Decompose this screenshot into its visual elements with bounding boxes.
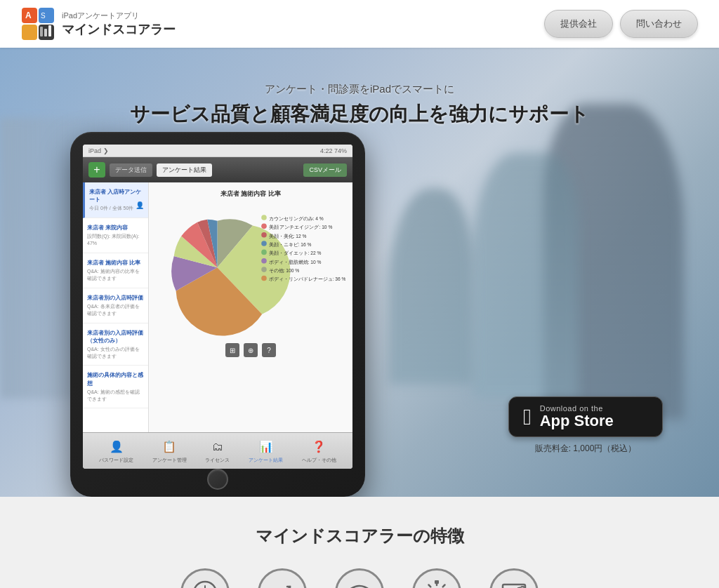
- sidebar-item-5-title: 施術の具体的内容と感想: [87, 371, 144, 387]
- svg-text:S: S: [41, 12, 46, 20]
- feature-display: [489, 568, 539, 588]
- ipad-content: 来店者 入店時アンケート 今日 0件 / 全体 50件 👤 来店者 来院内容 設…: [83, 182, 352, 432]
- hero-text: アンケート・問診票をiPadでスマートに サービス品質と顧客満足度の向上を強力に…: [130, 83, 589, 127]
- toolbar-item-1[interactable]: 📋 アンケート管理: [152, 439, 187, 464]
- features-icons: [180, 568, 539, 588]
- ipad-csv-button[interactable]: CSVメール: [303, 163, 347, 177]
- toolbar-icon-1: 📋: [161, 439, 178, 455]
- ipad-tab-data[interactable]: データ送信: [110, 163, 152, 177]
- ipad-main-content: 来店者 施術内容 比率: [149, 182, 352, 432]
- sidebar-item-2-title: 来店者 施術内容 比率: [87, 259, 144, 267]
- sidebar-item-2[interactable]: 来店者 施術内容 比率 Q&A: 施術内容の比率を確認できます: [83, 253, 148, 288]
- sidebar-item-3-meta: Q&A: 各来店者の評価を確認できます: [87, 303, 144, 317]
- svg-rect-8: [48, 25, 51, 36]
- app-store-label: App Store: [540, 413, 614, 429]
- svg-text:美顔・ダイエット: 22 %: 美顔・ダイエット: 22 %: [269, 250, 322, 256]
- chart-title: 来店者 施術内容 比率: [220, 189, 281, 199]
- svg-point-11: [261, 224, 267, 229]
- chart-icon-1[interactable]: ⊞: [225, 343, 239, 357]
- logo-icon: A S: [21, 7, 55, 41]
- logo-text: iPadアンケートアプリ マインドスコアラー: [62, 11, 176, 38]
- ipad-plus-button[interactable]: +: [88, 162, 105, 178]
- chart-icon-2[interactable]: ⊕: [244, 343, 258, 357]
- chart-icon-3[interactable]: ?: [262, 343, 276, 357]
- feature-gear: [412, 568, 461, 588]
- svg-rect-6: [40, 27, 43, 36]
- svg-text:その他: 100 %: その他: 100 %: [269, 268, 300, 274]
- feature-wifi: [335, 568, 384, 588]
- svg-point-13: [261, 232, 267, 238]
- toolbar-icon-0: 👤: [108, 439, 125, 455]
- ipad-status-bar: iPad ❯ 4:22 74%: [83, 145, 352, 157]
- toolbar-item-2[interactable]: 🗂 ライセンス: [205, 439, 230, 464]
- ipad-screen: iPad ❯ 4:22 74% + データ送信 アンケート結果 CSVメール 来…: [83, 145, 352, 469]
- download-on-label: Download on the: [540, 404, 614, 413]
- features-section: マインドスコアラーの特徴: [0, 497, 719, 588]
- ipad-outer: iPad ❯ 4:22 74% + データ送信 アンケート結果 CSVメール 来…: [70, 132, 365, 497]
- sidebar-item-0[interactable]: 来店者 入店時アンケート 今日 0件 / 全体 50件 👤: [83, 182, 148, 218]
- ipad-toolbar: 👤 パスワード設定 📋 アンケート管理 🗂 ライセンス 📊 アンケート結果: [83, 432, 352, 469]
- app-store-section:  Download on the App Store 販売料金: 1,000円…: [508, 396, 663, 455]
- ipad-mockup: iPad ❯ 4:22 74% + データ送信 アンケート結果 CSVメール 来…: [70, 132, 365, 497]
- toolbar-label-2: ライセンス: [205, 457, 230, 464]
- svg-point-19: [261, 258, 267, 264]
- sidebar-item-1-meta: 設問数(Q): 来院回数(A): 47%: [87, 233, 144, 247]
- status-left: iPad ❯: [88, 147, 109, 154]
- hero-title: サービス品質と顧客満足度の向上を強力にサポート: [130, 102, 589, 127]
- features-title: マインドスコアラーの特徴: [256, 525, 464, 547]
- svg-rect-32: [435, 580, 439, 584]
- toolbar-label-0: パスワード設定: [99, 457, 133, 464]
- ipad-sidebar: 来店者 入店時アンケート 今日 0件 / 全体 50件 👤 来店者 来院内容 設…: [83, 182, 149, 432]
- provider-button[interactable]: 提供会社: [544, 10, 613, 38]
- svg-text:ボディ・リンパドレナージュ: 36 %: ボディ・リンパドレナージュ: 36 %: [269, 276, 345, 281]
- app-store-text: Download on the App Store: [540, 404, 614, 429]
- ipad-tab-results[interactable]: アンケート結果: [157, 163, 212, 177]
- sidebar-item-3-title: 来店者別の入店時評価: [87, 294, 144, 302]
- clock-icon: [180, 568, 230, 588]
- toolbar-icon-2: 🗂: [209, 439, 226, 455]
- hero-section: アンケート・問診票をiPadでスマートに サービス品質と顧客満足度の向上を強力に…: [0, 48, 719, 497]
- toolbar-item-0[interactable]: 👤 パスワード設定: [99, 439, 133, 464]
- svg-text:A: A: [25, 11, 32, 20]
- gear-icon: [412, 568, 461, 588]
- svg-point-9: [261, 215, 267, 220]
- svg-rect-7: [44, 29, 47, 36]
- contact-button[interactable]: 問い合わせ: [620, 10, 698, 38]
- sidebar-item-4[interactable]: 来店者別の入店時評価（女性のみ） Q&A: 女性のみの評価を確認できます: [83, 323, 148, 366]
- sidebar-item-3[interactable]: 来店者別の入店時評価 Q&A: 各来店者の評価を確認できます: [83, 288, 148, 323]
- apple-icon: : [523, 406, 532, 428]
- ipad-chart-icons: ⊞ ⊕ ?: [225, 343, 276, 357]
- status-right: 4:22 74%: [320, 147, 347, 154]
- nav-buttons: 提供会社 問い合わせ: [544, 10, 698, 38]
- sidebar-item-4-title: 来店者別の入店時評価（女性のみ）: [87, 329, 144, 345]
- header: A S iPadアンケートアプリ マインドスコアラー 提供会社 問い合わせ: [0, 0, 719, 48]
- toolbar-icon-3: 📊: [258, 439, 275, 455]
- sidebar-item-1[interactable]: 来店者 来院内容 設問数(Q): 来院回数(A): 47%: [83, 218, 148, 253]
- toolbar-label-4: ヘルプ・その他: [302, 457, 336, 464]
- ipad-home-button[interactable]: [207, 469, 228, 490]
- svg-point-23: [261, 276, 267, 281]
- svg-text:美顔 アンチエイジング: 10 %: 美顔 アンチエイジング: 10 %: [269, 225, 333, 230]
- ipad-nav-bar: + データ送信 アンケート結果 CSVメール: [83, 157, 352, 182]
- logo-area: A S iPadアンケートアプリ マインドスコアラー: [21, 7, 176, 41]
- sidebar-item-5-meta: Q&A: 施術の感想を確認できます: [87, 389, 144, 403]
- svg-point-15: [261, 241, 267, 246]
- sidebar-item-2-meta: Q&A: 施術内容の比率を確認できます: [87, 268, 144, 282]
- sidebar-item-1-title: 来店者 来院内容: [87, 224, 144, 232]
- feature-chart: [258, 568, 307, 588]
- toolbar-label-3: アンケート結果: [249, 457, 283, 464]
- feature-clock: [180, 568, 230, 588]
- toolbar-icon-4: ❓: [310, 439, 327, 455]
- svg-point-21: [261, 267, 267, 272]
- svg-rect-2: [22, 25, 37, 40]
- toolbar-item-3[interactable]: 📊 アンケート結果: [249, 439, 283, 464]
- pie-chart: カウンセリングのみ: 4 % 美顔 アンチエイジング: 10 % 美顔・美化: …: [156, 204, 345, 338]
- toolbar-item-4[interactable]: ❓ ヘルプ・その他: [302, 439, 336, 464]
- sidebar-item-5[interactable]: 施術の具体的内容と感想 Q&A: 施術の感想を確認できます: [83, 366, 148, 408]
- svg-text:美顔・美化: 12 %: 美顔・美化: 12 %: [269, 234, 307, 239]
- price-text: 販売料金: 1,000円（税込）: [535, 443, 637, 455]
- wifi-icon: [335, 568, 384, 588]
- hero-subtitle: アンケート・問診票をiPadでスマートに: [130, 83, 589, 96]
- app-store-button[interactable]:  Download on the App Store: [508, 396, 663, 437]
- logo-title: マインドスコアラー: [62, 21, 176, 38]
